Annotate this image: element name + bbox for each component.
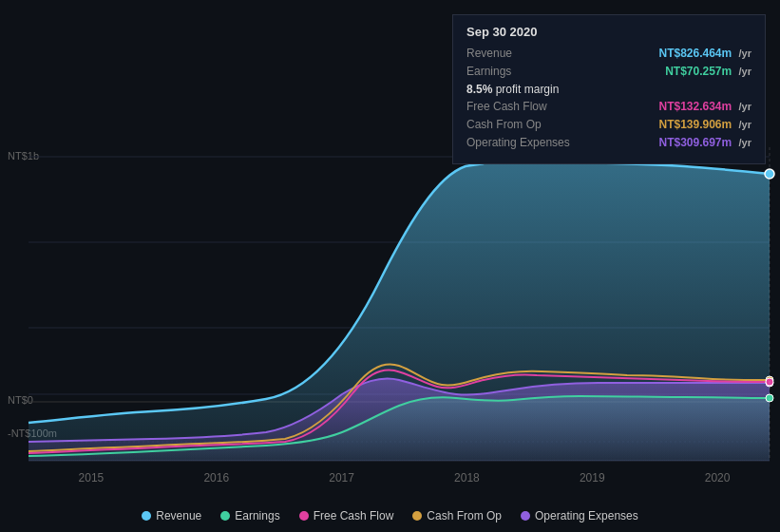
tooltip-date: Sep 30 2020 (466, 25, 751, 39)
tooltip-earnings-row: Earnings NT$70.257m /yr (466, 65, 751, 78)
tooltip-panel: Sep 30 2020 Revenue NT$826.464m /yr Earn… (452, 14, 766, 164)
x-label-2016: 2016 (203, 471, 229, 484)
tooltip-earnings-label: Earnings (466, 65, 590, 78)
x-label-2020: 2020 (705, 471, 731, 484)
legend-dot-revenue (142, 511, 151, 521)
tooltip-opex-row: Operating Expenses NT$309.697m /yr (466, 136, 751, 149)
tooltip-earnings-value: NT$70.257m /yr (665, 65, 751, 78)
tooltip-cashfromop-label: Cash From Op (466, 118, 590, 131)
chart-area (0, 147, 780, 484)
tooltip-opex-label: Operating Expenses (466, 136, 590, 149)
legend-opex[interactable]: Operating Expenses (521, 509, 638, 522)
tooltip-fcf-label: Free Cash Flow (466, 100, 590, 113)
legend-label-cashfromop: Cash From Op (427, 509, 502, 522)
x-label-2015: 2015 (79, 471, 105, 484)
legend-label-opex: Operating Expenses (535, 509, 638, 522)
x-label-2017: 2017 (329, 471, 354, 484)
chart-legend: Revenue Earnings Free Cash Flow Cash Fro… (0, 509, 780, 522)
tooltip-cashfromop-value: NT$139.906m /yr (658, 118, 751, 131)
chart-svg (0, 147, 780, 484)
legend-dot-fcf (299, 511, 309, 521)
tooltip-revenue-label: Revenue (466, 47, 590, 60)
legend-dot-opex (521, 511, 530, 521)
legend-dot-earnings (220, 511, 230, 521)
legend-fcf[interactable]: Free Cash Flow (299, 509, 394, 522)
x-axis: 2015 2016 2017 2018 2019 2020 (29, 471, 780, 484)
tooltip-cashfromop-row: Cash From Op NT$139.906m /yr (466, 118, 751, 131)
tooltip-fcf-value: NT$132.634m /yr (658, 100, 751, 113)
tooltip-margin: 8.5% profit margin (466, 83, 751, 96)
tooltip-opex-value: NT$309.697m /yr (658, 136, 751, 149)
legend-label-revenue: Revenue (156, 509, 201, 522)
x-label-2018: 2018 (454, 471, 480, 484)
legend-revenue[interactable]: Revenue (142, 509, 201, 522)
x-label-2019: 2019 (580, 471, 605, 484)
legend-label-fcf: Free Cash Flow (314, 509, 394, 522)
legend-earnings[interactable]: Earnings (220, 509, 279, 522)
legend-label-earnings: Earnings (235, 509, 279, 522)
legend-cashfromop[interactable]: Cash From Op (412, 509, 502, 522)
tooltip-fcf-row: Free Cash Flow NT$132.634m /yr (466, 100, 751, 113)
legend-dot-cashfromop (412, 511, 422, 521)
tooltip-revenue-value: NT$826.464m /yr (658, 47, 751, 60)
tooltip-revenue-row: Revenue NT$826.464m /yr (466, 47, 751, 60)
